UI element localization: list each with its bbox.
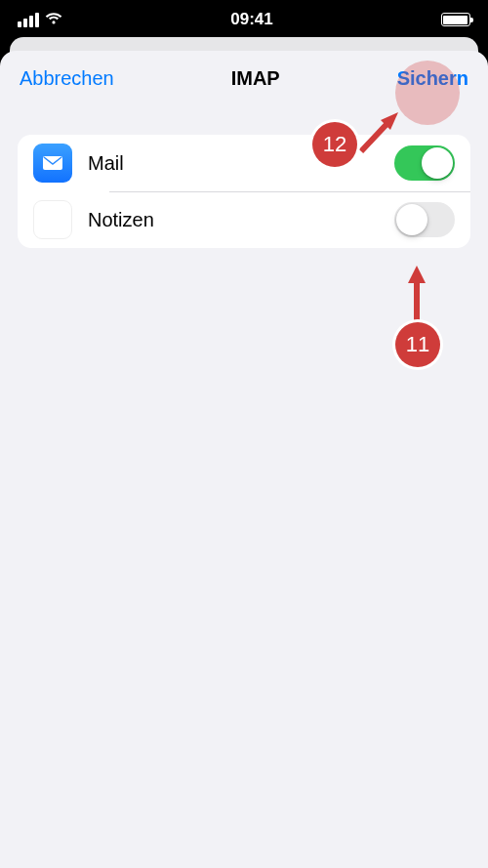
notes-app-icon bbox=[33, 200, 72, 239]
callout-11: 11 bbox=[395, 322, 440, 367]
row-notes: Notizen bbox=[18, 191, 470, 248]
toggle-notes[interactable] bbox=[394, 202, 455, 237]
status-time: 09:41 bbox=[230, 10, 272, 29]
wifi-icon bbox=[45, 12, 62, 28]
page-title: IMAP bbox=[231, 67, 280, 90]
mail-app-icon bbox=[33, 144, 72, 183]
status-right bbox=[441, 13, 470, 26]
cellular-signal-icon bbox=[18, 13, 39, 27]
cancel-button[interactable]: Abbrechen bbox=[20, 67, 114, 90]
battery-icon bbox=[441, 13, 470, 26]
callout-12: 12 bbox=[312, 122, 357, 167]
status-left bbox=[18, 12, 62, 28]
arrow-12-icon bbox=[351, 103, 410, 161]
status-bar: 09:41 bbox=[0, 0, 488, 39]
row-label-notes: Notizen bbox=[88, 209, 379, 231]
svg-marker-4 bbox=[408, 266, 426, 283]
modal-sheet: Abbrechen IMAP Sichern Mail Notizen bbox=[0, 51, 488, 868]
